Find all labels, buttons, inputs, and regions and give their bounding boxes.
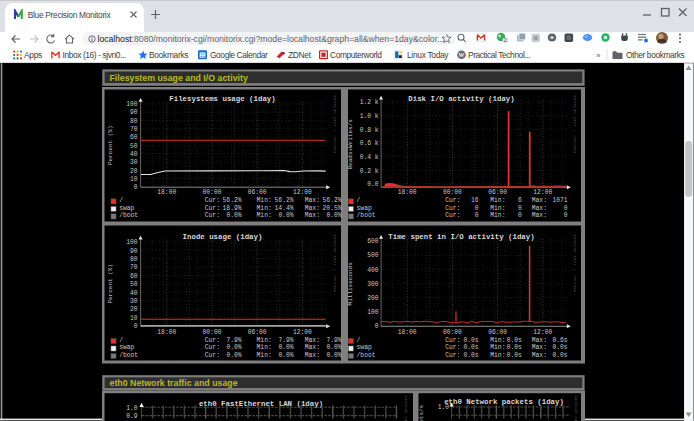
svg-text:Min:: Min: (257, 337, 272, 344)
svg-text:0.0s: 0.0s (507, 352, 522, 359)
svg-text:Min:: Min: (257, 205, 272, 212)
svg-text:Percent (%): Percent (%) (107, 125, 114, 165)
svg-text:00:00: 00:00 (203, 329, 222, 336)
svg-text:Max:: Max: (532, 352, 547, 359)
svg-text:1071: 1071 (552, 197, 567, 204)
svg-text:30: 30 (130, 298, 138, 305)
svg-text:06:00: 06:00 (248, 329, 267, 336)
svg-text:0.0s: 0.0s (463, 352, 478, 359)
svg-text:00:00: 00:00 (443, 329, 462, 336)
svg-text:Cur:: Cur: (445, 197, 460, 204)
svg-text:50: 50 (130, 281, 138, 288)
svg-text:0.0: 0.0 (367, 181, 379, 188)
svg-text:/boot: /boot (119, 352, 138, 359)
svg-text:Min:: Min: (257, 212, 272, 219)
svg-text:/: / (357, 197, 361, 204)
svg-text:swap: swap (119, 344, 134, 351)
svg-text:0.0%: 0.0% (226, 352, 241, 359)
svg-text:Disk I/O activity (1day): Disk I/O activity (1day) (408, 95, 514, 103)
svg-text:Max:: Max: (305, 337, 320, 344)
svg-text:eth0 Network traffic and usage: eth0 Network traffic and usage (110, 378, 238, 388)
svg-text:Max:: Max: (305, 205, 320, 212)
svg-text:00:00: 00:00 (203, 189, 222, 196)
svg-text:40: 40 (130, 290, 138, 297)
svg-text:Min:: Min: (257, 197, 272, 204)
svg-text:06:00: 06:00 (488, 189, 507, 196)
svg-text:0: 0 (475, 205, 479, 212)
svg-text:16: 16 (471, 197, 479, 204)
svg-text:Packets/s: Packets/s (418, 404, 425, 421)
svg-text:/: / (357, 337, 361, 344)
svg-text:56.2%: 56.2% (223, 197, 242, 204)
svg-text:0: 0 (564, 212, 568, 219)
svg-text:300: 300 (367, 281, 379, 288)
svg-text:400: 400 (367, 267, 379, 274)
svg-text:18:00: 18:00 (157, 329, 176, 336)
svg-text:10: 10 (130, 176, 138, 183)
svg-text:0.0%: 0.0% (326, 352, 341, 359)
svg-text:0.9: 0.9 (126, 413, 138, 420)
svg-text:0.2 k: 0.2 k (360, 168, 379, 175)
svg-text:0.6s: 0.6s (552, 337, 567, 344)
svg-text:Cur:: Cur: (205, 352, 220, 359)
svg-text:0: 0 (134, 323, 138, 330)
svg-text:/: / (119, 337, 123, 344)
svg-text:7.9%: 7.9% (226, 337, 241, 344)
svg-text:7.9%: 7.9% (278, 337, 293, 344)
svg-text:0.0s: 0.0s (507, 337, 522, 344)
svg-text:10: 10 (130, 315, 138, 322)
svg-text:30: 30 (130, 159, 138, 166)
svg-text:1.0: 1.0 (126, 405, 138, 412)
svg-text:Max:: Max: (532, 197, 547, 204)
svg-text:0.6 k: 0.6 k (360, 140, 379, 147)
svg-text:/: / (119, 197, 123, 204)
svg-text:/boot: /boot (119, 212, 138, 219)
svg-text:/boot: /boot (357, 352, 376, 359)
svg-text:0.0s: 0.0s (552, 352, 567, 359)
svg-text:0: 0 (518, 212, 522, 219)
svg-text:RRDTOOL / TOBI OETIKER: RRDTOOL / TOBI OETIKER (573, 94, 577, 153)
svg-text:Min:: Min: (490, 337, 505, 344)
svg-text:Reads+Writes/s: Reads+Writes/s (347, 119, 354, 170)
svg-text:Milliseconds: Milliseconds (347, 262, 354, 306)
svg-text:Cur:: Cur: (445, 337, 460, 344)
svg-text:RRDTOOL / TOBI OETIKER: RRDTOOL / TOBI OETIKER (573, 233, 577, 292)
svg-text:RRDTOOL / TOBI OETIKER: RRDTOOL / TOBI OETIKER (404, 394, 408, 421)
svg-text:12:00: 12:00 (293, 329, 312, 336)
svg-text:14.4%: 14.4% (275, 205, 294, 212)
svg-text:RRDTOOL / TOBI OETIKER: RRDTOOL / TOBI OETIKER (333, 233, 337, 292)
svg-text:0.0%: 0.0% (326, 344, 341, 351)
svg-text:0.4 k: 0.4 k (360, 154, 379, 161)
svg-text:6: 6 (518, 197, 522, 204)
svg-text:60: 60 (130, 273, 138, 280)
svg-text:0: 0 (375, 323, 379, 330)
svg-text:100: 100 (367, 309, 379, 316)
svg-text:70: 70 (130, 264, 138, 271)
svg-text:0.0%: 0.0% (278, 212, 293, 219)
svg-text:20: 20 (130, 306, 138, 313)
svg-text:06:00: 06:00 (248, 189, 267, 196)
svg-text:Max:: Max: (532, 205, 547, 212)
svg-text:Max:: Max: (305, 197, 320, 204)
svg-text:0: 0 (564, 205, 568, 212)
svg-text:Min:: Min: (257, 344, 272, 351)
svg-text:60: 60 (130, 134, 138, 141)
svg-text:0.0%: 0.0% (326, 212, 341, 219)
svg-text:RRDTOOL / TOBI OETIKER: RRDTOOL / TOBI OETIKER (333, 94, 337, 153)
svg-text:600: 600 (367, 238, 379, 245)
svg-text:18:00: 18:00 (398, 329, 417, 336)
svg-text:40: 40 (130, 151, 138, 158)
svg-text:Filesystem usage and I/O activ: Filesystem usage and I/O activity (110, 73, 248, 83)
svg-text:Cur:: Cur: (205, 197, 220, 204)
svg-text:100: 100 (126, 239, 138, 246)
svg-text:0.8 k: 0.8 k (360, 127, 379, 134)
svg-text:Min:: Min: (490, 352, 505, 359)
svg-text:200: 200 (367, 295, 379, 302)
svg-text:0.0%: 0.0% (278, 352, 293, 359)
svg-text:7.9%: 7.9% (326, 337, 341, 344)
svg-text:80: 80 (130, 256, 138, 263)
svg-text:06:00: 06:00 (488, 329, 507, 336)
svg-text:Max:: Max: (532, 344, 547, 351)
svg-text:56.2%: 56.2% (323, 197, 342, 204)
svg-text:1.0: 1.0 (438, 404, 450, 411)
